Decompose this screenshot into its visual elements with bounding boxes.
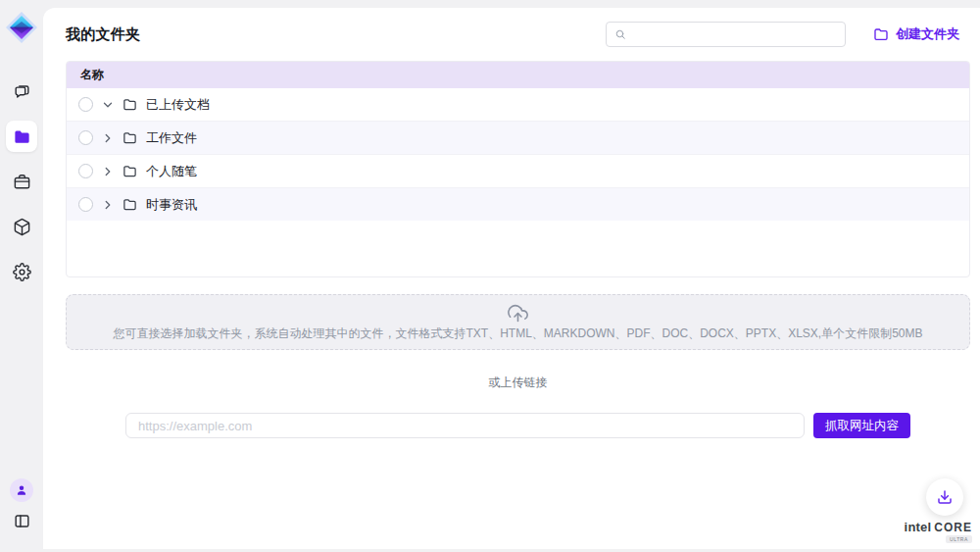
user-avatar[interactable] [10,478,33,502]
row-checkbox[interactable] [78,97,93,112]
table-row[interactable]: 工作文件 [67,121,969,154]
fetch-url-button[interactable]: 抓取网址内容 [813,413,910,438]
chevron-right-icon[interactable] [101,165,115,178]
table-row[interactable]: 个人随笔 [67,154,969,187]
table-row[interactable]: 已上传文档 [67,88,969,121]
upload-dropzone[interactable]: 您可直接选择加载文件夹，系统自动处理其中的文件，文件格式支持TXT、HTML、M… [66,294,970,350]
page-header: 我的文件夹 创建文件夹 [66,8,970,61]
brand-ultra-badge: ultra [946,535,972,543]
folder-name: 时事资讯 [146,196,197,214]
sidebar-item-folders[interactable] [6,121,37,152]
chevron-right-icon[interactable] [101,131,115,145]
table-header-name: 名称 [67,62,969,88]
or-upload-link-label: 或上传链接 [66,375,970,391]
sidebar-item-settings[interactable] [6,256,37,287]
url-upload-row: 抓取网址内容 [125,413,910,438]
row-checkbox[interactable] [78,130,93,145]
folder-name: 个人随笔 [146,163,197,180]
chevron-down-icon[interactable] [101,98,115,112]
intel-core-logo: intel core ultra [905,520,972,543]
folder-icon [122,164,137,178]
folder-name: 已上传文档 [146,96,210,114]
table-row[interactable]: 时事资讯 [67,187,969,221]
app-logo-icon [5,11,38,44]
sidebar-nav [6,75,37,301]
user-icon [15,483,28,497]
brand-core-text: core [934,521,972,534]
cloud-upload-icon [508,303,528,324]
folder-icon [122,97,137,112]
main-panel: 我的文件夹 创建文件夹 名称 已上传文档 [43,8,980,549]
sidebar-item-workspace[interactable] [6,166,37,197]
chevron-right-icon[interactable] [101,198,115,212]
folder-icon [122,130,137,145]
create-folder-label: 创建文件夹 [896,25,959,43]
row-checkbox[interactable] [78,164,93,178]
search-input[interactable] [632,26,837,42]
download-icon [937,489,953,505]
download-fab-button[interactable] [926,478,963,516]
row-checkbox[interactable] [78,197,93,212]
url-input[interactable] [125,413,805,438]
search-box [606,22,846,47]
sidebar-item-plugins[interactable] [6,211,37,242]
chat-icon [13,82,31,101]
gear-icon [13,263,31,281]
folder-icon [122,197,137,212]
search-icon [614,28,626,40]
page-title: 我的文件夹 [66,25,141,44]
folder-name: 工作文件 [146,129,197,147]
panel-toggle-icon[interactable] [13,512,31,530]
sidebar-item-chat[interactable] [6,75,37,107]
folder-icon [13,127,31,146]
box-icon [13,218,31,236]
upload-hint-text: 您可直接选择加载文件夹，系统自动处理其中的文件，文件格式支持TXT、HTML、M… [113,326,922,342]
folder-plus-icon [873,26,889,42]
folder-table: 名称 已上传文档 工作文件 个人随笔 [66,61,970,277]
briefcase-icon [13,173,31,191]
app-window: 我的文件夹 创建文件夹 名称 已上传文档 [0,0,980,552]
sidebar [0,0,43,552]
brand-intel-text: intel [905,520,932,534]
create-folder-button[interactable]: 创建文件夹 [867,25,965,44]
